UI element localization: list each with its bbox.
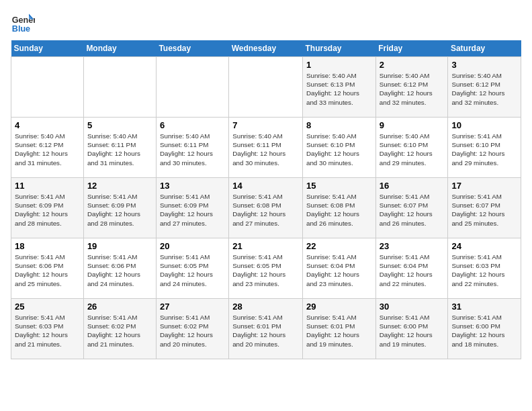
day-number: 19 bbox=[87, 241, 152, 251]
calendar-cell: 21Sunrise: 5:41 AM Sunset: 6:05 PM Dayli… bbox=[229, 238, 303, 299]
col-header-sunday: Sunday bbox=[11, 40, 84, 57]
calendar-cell: 16Sunrise: 5:41 AM Sunset: 6:07 PM Dayli… bbox=[375, 178, 448, 238]
day-number: 11 bbox=[15, 181, 80, 191]
day-info: Sunrise: 5:41 AM Sunset: 6:10 PM Dayligh… bbox=[451, 132, 517, 167]
calendar-cell: 22Sunrise: 5:41 AM Sunset: 6:04 PM Dayli… bbox=[302, 238, 375, 299]
calendar-cell: 2Sunrise: 5:40 AM Sunset: 6:12 PM Daylig… bbox=[375, 57, 448, 118]
day-info: Sunrise: 5:41 AM Sunset: 6:09 PM Dayligh… bbox=[160, 192, 225, 228]
day-number: 29 bbox=[306, 302, 372, 312]
col-header-wednesday: Wednesday bbox=[229, 40, 303, 57]
calendar-week-row: 4Sunrise: 5:40 AM Sunset: 6:12 PM Daylig… bbox=[11, 118, 521, 178]
col-header-monday: Monday bbox=[83, 40, 156, 57]
svg-text:Blue: Blue bbox=[12, 24, 30, 34]
day-number: 23 bbox=[380, 241, 445, 251]
calendar-cell: 14Sunrise: 5:41 AM Sunset: 6:08 PM Dayli… bbox=[229, 178, 303, 238]
page-header: General Blue bbox=[11, 11, 521, 35]
calendar-cell: 12Sunrise: 5:41 AM Sunset: 6:09 PM Dayli… bbox=[83, 178, 156, 238]
calendar-cell: 24Sunrise: 5:41 AM Sunset: 6:03 PM Dayli… bbox=[448, 238, 521, 299]
day-info: Sunrise: 5:41 AM Sunset: 6:01 PM Dayligh… bbox=[232, 313, 299, 349]
calendar-cell: 8Sunrise: 5:40 AM Sunset: 6:10 PM Daylig… bbox=[302, 118, 375, 178]
day-info: Sunrise: 5:41 AM Sunset: 6:03 PM Dayligh… bbox=[15, 313, 80, 349]
day-number: 24 bbox=[451, 241, 517, 251]
day-info: Sunrise: 5:41 AM Sunset: 6:01 PM Dayligh… bbox=[306, 313, 372, 349]
calendar-cell: 17Sunrise: 5:41 AM Sunset: 6:07 PM Dayli… bbox=[448, 178, 521, 238]
day-number: 15 bbox=[306, 181, 372, 191]
day-number: 21 bbox=[232, 241, 299, 251]
calendar-cell: 3Sunrise: 5:40 AM Sunset: 6:12 PM Daylig… bbox=[448, 57, 521, 118]
calendar-cell bbox=[156, 57, 228, 118]
calendar-cell: 30Sunrise: 5:41 AM Sunset: 6:00 PM Dayli… bbox=[375, 299, 448, 359]
day-info: Sunrise: 5:41 AM Sunset: 6:07 PM Dayligh… bbox=[451, 192, 517, 228]
col-header-friday: Friday bbox=[375, 40, 448, 57]
day-number: 16 bbox=[380, 181, 445, 191]
day-info: Sunrise: 5:40 AM Sunset: 6:12 PM Dayligh… bbox=[15, 132, 80, 167]
day-number: 8 bbox=[306, 120, 372, 130]
day-info: Sunrise: 5:41 AM Sunset: 6:08 PM Dayligh… bbox=[232, 192, 299, 228]
calendar-cell: 4Sunrise: 5:40 AM Sunset: 6:12 PM Daylig… bbox=[11, 118, 84, 178]
col-header-thursday: Thursday bbox=[302, 40, 375, 57]
day-number: 28 bbox=[232, 302, 299, 312]
day-number: 9 bbox=[380, 120, 445, 130]
calendar-cell: 9Sunrise: 5:40 AM Sunset: 6:10 PM Daylig… bbox=[375, 118, 448, 178]
calendar-cell: 29Sunrise: 5:41 AM Sunset: 6:01 PM Dayli… bbox=[302, 299, 375, 359]
calendar-cell: 15Sunrise: 5:41 AM Sunset: 6:08 PM Dayli… bbox=[302, 178, 375, 238]
day-number: 12 bbox=[87, 181, 152, 191]
calendar-week-row: 1Sunrise: 5:40 AM Sunset: 6:13 PM Daylig… bbox=[11, 57, 521, 118]
day-info: Sunrise: 5:41 AM Sunset: 6:07 PM Dayligh… bbox=[380, 192, 445, 228]
calendar-cell: 7Sunrise: 5:40 AM Sunset: 6:11 PM Daylig… bbox=[229, 118, 303, 178]
day-info: Sunrise: 5:41 AM Sunset: 6:08 PM Dayligh… bbox=[306, 192, 372, 228]
day-info: Sunrise: 5:41 AM Sunset: 6:04 PM Dayligh… bbox=[306, 253, 372, 288]
col-header-saturday: Saturday bbox=[448, 40, 521, 57]
logo-icon: General Blue bbox=[11, 11, 35, 35]
day-info: Sunrise: 5:41 AM Sunset: 6:05 PM Dayligh… bbox=[160, 253, 225, 288]
day-number: 20 bbox=[160, 241, 225, 251]
calendar-week-row: 25Sunrise: 5:41 AM Sunset: 6:03 PM Dayli… bbox=[11, 299, 521, 359]
day-info: Sunrise: 5:41 AM Sunset: 6:09 PM Dayligh… bbox=[15, 192, 80, 228]
day-number: 7 bbox=[232, 120, 299, 130]
calendar-cell: 11Sunrise: 5:41 AM Sunset: 6:09 PM Dayli… bbox=[11, 178, 84, 238]
day-info: Sunrise: 5:40 AM Sunset: 6:11 PM Dayligh… bbox=[232, 132, 299, 167]
calendar-cell: 1Sunrise: 5:40 AM Sunset: 6:13 PM Daylig… bbox=[302, 57, 375, 118]
calendar-cell: 19Sunrise: 5:41 AM Sunset: 6:06 PM Dayli… bbox=[83, 238, 156, 299]
calendar-cell: 13Sunrise: 5:41 AM Sunset: 6:09 PM Dayli… bbox=[156, 178, 228, 238]
day-info: Sunrise: 5:41 AM Sunset: 6:02 PM Dayligh… bbox=[160, 313, 225, 349]
calendar-cell bbox=[11, 57, 84, 118]
calendar-cell: 20Sunrise: 5:41 AM Sunset: 6:05 PM Dayli… bbox=[156, 238, 228, 299]
day-info: Sunrise: 5:41 AM Sunset: 6:00 PM Dayligh… bbox=[451, 313, 517, 349]
calendar-cell: 10Sunrise: 5:41 AM Sunset: 6:10 PM Dayli… bbox=[448, 118, 521, 178]
day-number: 5 bbox=[87, 120, 152, 130]
day-number: 1 bbox=[306, 60, 372, 70]
calendar-cell: 23Sunrise: 5:41 AM Sunset: 6:04 PM Dayli… bbox=[375, 238, 448, 299]
day-info: Sunrise: 5:41 AM Sunset: 6:06 PM Dayligh… bbox=[87, 253, 152, 288]
day-number: 26 bbox=[87, 302, 152, 312]
day-info: Sunrise: 5:41 AM Sunset: 6:09 PM Dayligh… bbox=[87, 192, 152, 228]
calendar-cell: 27Sunrise: 5:41 AM Sunset: 6:02 PM Dayli… bbox=[156, 299, 228, 359]
day-number: 4 bbox=[15, 120, 80, 130]
day-number: 27 bbox=[160, 302, 225, 312]
day-info: Sunrise: 5:40 AM Sunset: 6:12 PM Dayligh… bbox=[451, 71, 517, 107]
day-info: Sunrise: 5:41 AM Sunset: 6:00 PM Dayligh… bbox=[380, 313, 445, 349]
day-info: Sunrise: 5:40 AM Sunset: 6:10 PM Dayligh… bbox=[380, 132, 445, 167]
calendar-cell: 5Sunrise: 5:40 AM Sunset: 6:11 PM Daylig… bbox=[83, 118, 156, 178]
day-number: 22 bbox=[306, 241, 372, 251]
calendar-cell bbox=[229, 57, 303, 118]
calendar-cell: 18Sunrise: 5:41 AM Sunset: 6:06 PM Dayli… bbox=[11, 238, 84, 299]
day-number: 6 bbox=[160, 120, 225, 130]
day-number: 13 bbox=[160, 181, 225, 191]
day-info: Sunrise: 5:41 AM Sunset: 6:03 PM Dayligh… bbox=[451, 253, 517, 288]
day-info: Sunrise: 5:40 AM Sunset: 6:11 PM Dayligh… bbox=[87, 132, 152, 167]
day-number: 30 bbox=[380, 302, 445, 312]
day-number: 2 bbox=[380, 60, 445, 70]
calendar-table: SundayMondayTuesdayWednesdayThursdayFrid… bbox=[11, 40, 521, 359]
calendar-cell: 26Sunrise: 5:41 AM Sunset: 6:02 PM Dayli… bbox=[83, 299, 156, 359]
day-info: Sunrise: 5:41 AM Sunset: 6:02 PM Dayligh… bbox=[87, 313, 152, 349]
calendar-cell: 31Sunrise: 5:41 AM Sunset: 6:00 PM Dayli… bbox=[448, 299, 521, 359]
day-info: Sunrise: 5:40 AM Sunset: 6:12 PM Dayligh… bbox=[380, 71, 445, 107]
calendar-header-row: SundayMondayTuesdayWednesdayThursdayFrid… bbox=[11, 40, 521, 57]
day-number: 25 bbox=[15, 302, 80, 312]
day-number: 3 bbox=[451, 60, 517, 70]
logo: General Blue bbox=[11, 11, 38, 35]
calendar-cell: 25Sunrise: 5:41 AM Sunset: 6:03 PM Dayli… bbox=[11, 299, 84, 359]
calendar-cell: 28Sunrise: 5:41 AM Sunset: 6:01 PM Dayli… bbox=[229, 299, 303, 359]
day-number: 10 bbox=[451, 120, 517, 130]
